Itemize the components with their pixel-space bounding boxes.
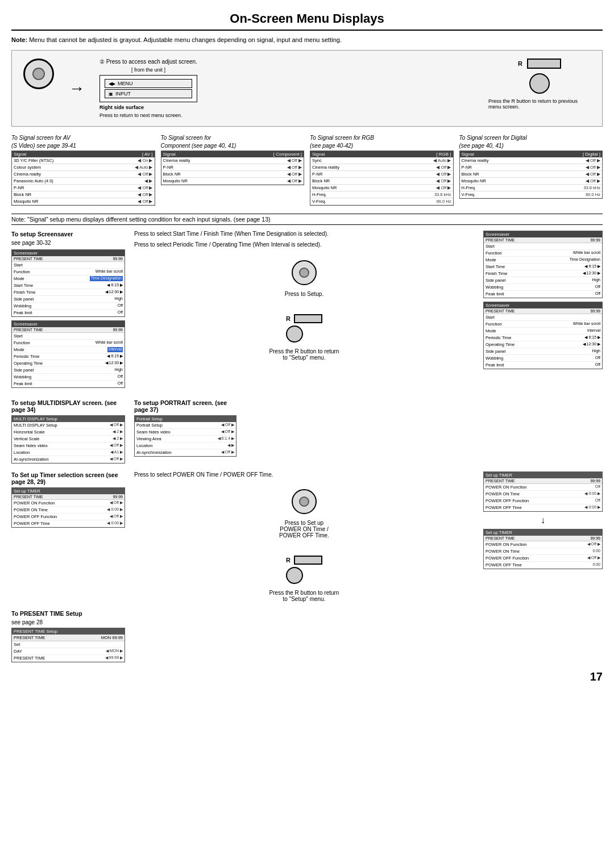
present-time-section: To PRESENT TIME Setup see page 28 PRESEN…	[11, 610, 603, 662]
press-periodic-text: Press to select Periodic Time / Operatin…	[134, 241, 474, 248]
joystick-inner	[32, 68, 45, 80]
ss-screen-1: Screensaver PRESENT TIME99:99 Start Func…	[11, 249, 125, 317]
screensaver-title: To setup Screensaver	[11, 231, 125, 237]
signal-av-title: To Signal screen for AV	[11, 135, 155, 141]
ss-start-2: Start	[12, 333, 125, 340]
menu-button[interactable]: ◀▶ MENU	[105, 79, 192, 88]
input-button[interactable]: ▣ INPUT	[105, 89, 192, 98]
multidisplay-block: To setup MULTIDISPLAY screen. (see page …	[11, 399, 125, 464]
present-time-set: Set	[12, 641, 125, 648]
timer-r-circle[interactable]	[286, 567, 303, 584]
signal-av-screen: Signal [ AV ] 3D Y/C Filter (NTSC)◀ On ▶…	[11, 151, 155, 206]
r-button-area: R Press the R button to return to previo…	[488, 59, 591, 110]
timer-left: To Set up Timer selection screen (see pa…	[11, 471, 125, 602]
portrait-header: Portrait Setup	[135, 416, 236, 422]
joystick-small-inner	[299, 268, 309, 278]
signal-component-title: To Signal screen for	[161, 135, 305, 141]
screensaver-subtitle: see page 30-32	[11, 240, 125, 246]
screensaver-mid: Press to select Start Time / Finish Time…	[134, 231, 474, 391]
portrait-title: To setup PORTRAIT screen. (see page 37)	[134, 399, 237, 413]
press-return-next: Press to return to next menu screen.	[99, 112, 197, 118]
ss-present-2: PRESENT TIME99:99	[12, 327, 125, 333]
multidisplay-header: MULTI DISPLAY Setup	[12, 416, 125, 422]
joystick-area	[23, 59, 54, 89]
timer-left-header: Set up TIMER	[12, 488, 125, 494]
timer-r-return-text: Press the R button to returnto "Setup" m…	[269, 590, 339, 602]
r-button-sm-area: R	[286, 314, 322, 343]
joystick-icon	[23, 59, 54, 89]
r-label: R	[518, 60, 522, 67]
r-rect-button[interactable]	[527, 59, 561, 69]
multidisplay-title: To setup MULTIDISPLAY screen. (see page …	[11, 399, 125, 413]
down-arrow-icon: ↓	[483, 515, 603, 525]
timer-title: To Set up Timer selection screen (see pa…	[11, 471, 125, 485]
signal-digital-block: To Signal screen for Digital (see page 4…	[459, 135, 603, 206]
timer-mid: Press to select POWER ON Time / POWER OF…	[134, 471, 474, 602]
press-setup-power-text: Press to Set upPOWER ON Time /POWER OFF …	[279, 520, 329, 539]
joystick-small-icon	[292, 260, 317, 285]
r-circle-sm[interactable]	[286, 326, 303, 343]
present-time-screen: PRESENT TIME Setup PRESENT TIMEMON 99:99…	[11, 628, 125, 662]
timer-r-rect[interactable]	[294, 556, 322, 565]
screensaver-right: Screensaver PRESENT TIME99:99 Start Func…	[483, 231, 603, 391]
step2-area: ② Press to access each adjust screen. [ …	[99, 59, 197, 118]
timer-joystick-inner	[299, 496, 309, 507]
mid-controls: Press to Setup. R Press the R button to …	[134, 254, 474, 361]
timer-section: To Set up Timer selection screen (see pa…	[11, 471, 603, 602]
press-setup-text: Press to Setup.	[285, 291, 323, 297]
signal-digital-title: To Signal screen for Digital	[459, 135, 603, 141]
timer-mid-controls: Press to Set upPOWER ON Time /POWER OFF …	[134, 483, 474, 602]
ss-right-screen-2: Screensaver PRESENT TIME99:99 Start Func…	[483, 302, 603, 369]
av-header-left: Signal	[14, 152, 26, 157]
top-diagram: → ② Press to access each adjust screen. …	[11, 50, 603, 127]
multidisplay-screen: MULTI DISPLAY Setup MULTI DISPLAY Setup◀…	[11, 415, 125, 464]
press-power-on-text: Press to select POWER ON Time / POWER OF…	[134, 471, 474, 478]
signal-rgb-block: To Signal screen for RGB (see page 40-42…	[310, 135, 454, 206]
signal-digital-screen: Signal [ Digital ] Cinema reality◀ Off ▶…	[459, 151, 603, 199]
note-section: Note: Menu that cannot be adjusted is gr…	[11, 36, 603, 43]
input-btn-label: INPUT	[115, 91, 131, 97]
present-time-spacer	[134, 610, 603, 662]
signal-rgb-title: To Signal screen for RGB	[310, 135, 454, 141]
av-header-right: [ AV ]	[142, 152, 153, 157]
signal-rgb-screen: Signal [ RGB ] Sync◀ Auto ▶ Cinema reali…	[310, 151, 454, 206]
ss-present-1: PRESENT TIME99:99	[12, 256, 125, 262]
ss-screen-2: Screensaver PRESENT TIME99:99 Start Func…	[11, 320, 125, 388]
step2-label: ② Press to access each adjust screen.	[99, 59, 197, 65]
r-rect-sm[interactable]	[294, 314, 322, 323]
signal-note: Note: "Signal" setup menu displays diffe…	[11, 214, 603, 225]
middle-spacer	[246, 399, 474, 464]
timer-right-screen-1: Set up TIMER PRESENT TIME99:99 POWER ON …	[483, 471, 603, 512]
timer-right-header-1: Set up TIMER	[484, 472, 602, 478]
signal-av-subtitle: (S Video) see page 39-41	[11, 143, 155, 149]
present-time-title: To PRESENT TIME Setup	[11, 610, 125, 617]
page-number: 17	[11, 670, 603, 683]
signal-rgb-subtitle: (see page 40-42)	[310, 143, 454, 149]
portrait-block: To setup PORTRAIT screen. (see page 37) …	[134, 399, 237, 464]
signal-component-subtitle: Component (see page 40, 41)	[161, 143, 305, 149]
from-unit-label: [ from the unit ]	[99, 67, 197, 73]
timer-right: Set up TIMER PRESENT TIME99:99 POWER ON …	[483, 471, 603, 602]
present-time-subtitle: see page 28	[11, 619, 125, 625]
ss-start-1: Start	[12, 262, 125, 269]
press-r-return-ss: Press the R button to returnto "Setup" m…	[269, 348, 339, 361]
timer-left-screen: Set up TIMER PRESENT TIME99:99 POWER ON …	[11, 487, 125, 528]
signal-digital-subtitle: (see page 40, 41)	[459, 143, 603, 149]
press-start-time-text: Press to select Start Time / Finish Time…	[134, 231, 474, 237]
ss-right-screen-1: Screensaver PRESENT TIME99:99 Start Func…	[483, 231, 603, 298]
r-circle-button[interactable]	[529, 73, 550, 94]
signal-component-screen: Signal [ Component ] Cinema reality◀ Off…	[161, 151, 305, 185]
timer-right-header-2: Set up TIMER	[484, 529, 602, 536]
multidisplay-portrait-row: To setup MULTIDISPLAY screen. (see page …	[11, 399, 603, 464]
present-time-left: To PRESENT TIME Setup see page 28 PRESEN…	[11, 610, 125, 662]
screensaver-section: To setup Screensaver see page 30-32 Scre…	[11, 231, 603, 391]
ss-header-2: Screensaver	[12, 321, 125, 327]
right-side-label: Right side surface	[99, 105, 197, 110]
timer-joystick-icon	[292, 489, 317, 514]
press-r-return: Press the R button to return to previous…	[488, 98, 591, 110]
page-title: On-Screen Menu Displays	[11, 11, 603, 31]
menu-btn-label: MENU	[118, 81, 133, 86]
present-time-header: PRESENT TIME Setup	[12, 628, 125, 635]
ss-header-1: Screensaver	[12, 250, 125, 256]
unit-box: ◀▶ MENU ▣ INPUT	[99, 75, 197, 102]
